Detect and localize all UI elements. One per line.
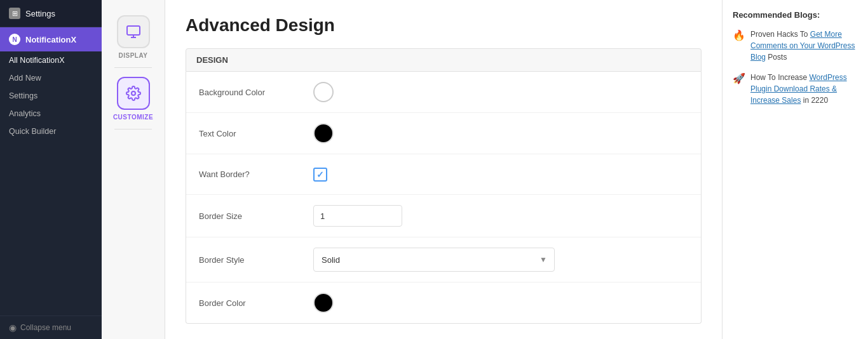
fire-icon: 🔥 — [733, 29, 745, 41]
border-size-row: Border Size — [186, 195, 701, 237]
collapse-label: Collapse menu — [20, 323, 71, 332]
border-color-control — [313, 293, 688, 313]
blog-text-1: How To Increase WordPress Plugin Downloa… — [750, 72, 858, 106]
display-icon-circle — [117, 15, 150, 48]
text-color-control — [313, 123, 688, 143]
sidebar-item-add-new[interactable]: Add New — [0, 69, 102, 87]
sidebar-item-analytics[interactable]: Analytics — [0, 105, 102, 123]
recommended-blogs-title: Recommended Blogs: — [733, 10, 858, 20]
brand-icon: N — [9, 34, 20, 45]
text-color-swatch[interactable] — [313, 123, 334, 143]
sidebar-brand[interactable]: N NotificationX — [0, 27, 102, 51]
page-title: Advanced Design — [186, 15, 702, 36]
right-sidebar: Recommended Blogs: 🔥 Proven Hacks To Get… — [722, 0, 868, 339]
border-size-label: Border Size — [199, 211, 313, 221]
want-border-control: ✓ — [313, 168, 688, 182]
sidebar: ⊞ Settings N NotificationX All Notificat… — [0, 0, 102, 339]
blog-item-0: 🔥 Proven Hacks To Get More Comments on Y… — [733, 29, 858, 63]
border-style-select[interactable]: Solid Dashed Dotted Double None — [313, 248, 555, 272]
sidebar-item-settings[interactable]: Settings — [0, 87, 102, 105]
border-color-row: Border Color — [186, 282, 701, 323]
step-display[interactable]: DISPLAY — [102, 6, 165, 68]
border-style-wrapper: Solid Dashed Dotted Double None ▼ — [313, 248, 555, 272]
steps-panel: DISPLAY CUSTOMIZE — [102, 0, 165, 339]
blog-link-1[interactable]: WordPress Plugin Download Rates & Increa… — [750, 73, 847, 105]
want-border-label: Want Border? — [199, 170, 313, 179]
text-color-row: Text Color — [186, 113, 701, 154]
border-color-label: Border Color — [199, 298, 313, 308]
background-color-row: Background Color — [186, 72, 701, 113]
gear-icon — [126, 86, 141, 101]
background-color-control — [313, 82, 688, 102]
step-display-label: DISPLAY — [119, 52, 148, 59]
border-size-input[interactable] — [313, 205, 402, 227]
monitor-icon — [126, 24, 141, 39]
svg-rect-0 — [127, 26, 140, 35]
main-area: DISPLAY CUSTOMIZE Advanced Design DESIGN… — [102, 0, 868, 339]
settings-label: Settings — [25, 9, 55, 18]
sidebar-item-all-notificationx[interactable]: All NotificationX — [0, 51, 102, 69]
grid-icon: ⊞ — [9, 8, 20, 19]
customize-icon-circle — [117, 77, 150, 110]
rocket-icon: 🚀 — [733, 72, 745, 84]
border-color-swatch[interactable] — [313, 293, 334, 313]
sidebar-settings-header: ⊞ Settings — [0, 0, 102, 27]
border-style-label: Border Style — [199, 255, 313, 265]
design-section-title: DESIGN — [186, 48, 702, 72]
collapse-icon: ◉ — [9, 322, 17, 333]
blog-text-0: Proven Hacks To Get More Comments on You… — [750, 29, 858, 63]
content-panel: Advanced Design DESIGN Background Color … — [165, 0, 722, 339]
background-color-label: Background Color — [199, 88, 313, 97]
blog-link-0[interactable]: Get More Comments on Your WordPress Blog — [750, 30, 855, 62]
border-style-control: Solid Dashed Dotted Double None ▼ — [313, 248, 688, 272]
border-style-row: Border Style Solid Dashed Dotted Double … — [186, 237, 701, 282]
step-customize-label: CUSTOMIZE — [113, 114, 153, 121]
step-customize[interactable]: CUSTOMIZE — [102, 68, 165, 130]
design-form: Background Color Text Color Want Border?… — [186, 72, 702, 324]
text-color-label: Text Color — [199, 129, 313, 138]
blog-item-1: 🚀 How To Increase WordPress Plugin Downl… — [733, 72, 858, 106]
want-border-checkbox[interactable]: ✓ — [313, 168, 327, 182]
collapse-menu-button[interactable]: ◉ Collapse menu — [0, 316, 102, 339]
brand-label: NotificationX — [25, 35, 76, 44]
svg-point-3 — [132, 91, 135, 95]
border-size-control — [313, 205, 688, 227]
sidebar-item-quick-builder[interactable]: Quick Builder — [0, 123, 102, 140]
background-color-swatch[interactable] — [313, 82, 334, 102]
checkmark-icon: ✓ — [316, 170, 324, 180]
want-border-row: Want Border? ✓ — [186, 154, 701, 195]
